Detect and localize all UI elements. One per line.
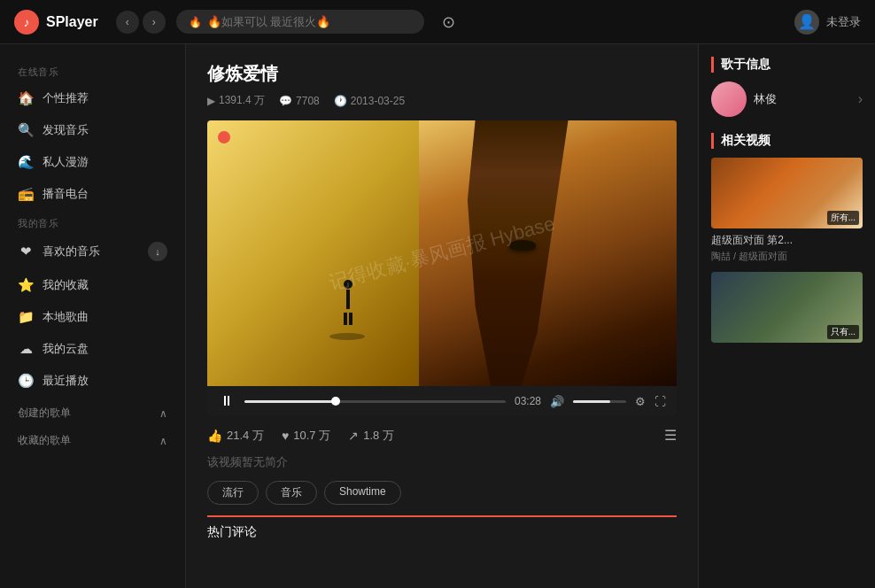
user-area[interactable]: 👤 未登录 <box>794 10 861 35</box>
online-music-label: 在线音乐 <box>0 58 185 82</box>
created-playlist-toggle[interactable]: 创建的歌单 ∧ <box>0 397 185 424</box>
video-canvas: 记得收藏·暴风画报 Hybase <box>207 120 677 386</box>
play-pause-button[interactable]: ⏸ <box>218 393 236 409</box>
date-icon: 🕐 <box>334 95 347 107</box>
sidebar-item-discover[interactable]: 🔍 发现音乐 <box>0 114 185 146</box>
related-video-1[interactable]: 所有... 超级面对面 第2... 陶喆 / 超级面对面 <box>711 158 863 263</box>
sidebar-item-label: 播音电台 <box>43 186 89 202</box>
favorite-button[interactable]: ♥ 10.7 万 <box>282 428 330 444</box>
publish-date: 🕐 2013-03-25 <box>334 95 405 107</box>
download-badge: ↓ <box>148 242 167 261</box>
search-input[interactable] <box>207 15 412 28</box>
right-leg <box>349 313 352 325</box>
video-time: 03:28 <box>515 395 541 407</box>
discover-icon: 🔍 <box>18 122 34 138</box>
figure-shadow <box>329 333 365 340</box>
sidebar-item-wander[interactable]: 🌊 私人漫游 <box>0 146 185 178</box>
wander-icon: 🌊 <box>18 154 34 170</box>
fullscreen-button[interactable]: ⛶ <box>654 395 666 408</box>
back-button[interactable]: ‹ <box>116 11 139 34</box>
figure-legs <box>338 313 358 325</box>
tag-music[interactable]: 音乐 <box>266 481 317 505</box>
sidebar-item-liked[interactable]: ❤ 喜欢的音乐 ↓ <box>0 234 185 269</box>
volume-bar[interactable] <box>573 400 626 403</box>
cloud-icon: ☁ <box>18 341 34 357</box>
star-icon: ⭐ <box>18 277 34 293</box>
nav-arrows: ‹ › <box>116 11 166 34</box>
comment-count: 💬 7708 <box>279 95 320 107</box>
app-logo: ♪ SPlayer <box>14 10 98 35</box>
hair-detail <box>419 120 678 386</box>
tags-container: 流行 音乐 Showtime <box>207 481 677 505</box>
video-controls-bar: ⏸ 03:28 🔊 ⚙ ⛶ <box>207 386 677 416</box>
created-playlist-label: 创建的歌单 <box>18 406 71 421</box>
figure-head <box>344 280 352 289</box>
related-videos-section: 相关视频 所有... 超级面对面 第2... 陶喆 / 超级面对面 只有... <box>699 124 875 360</box>
home-icon: 🏠 <box>18 90 34 106</box>
search-bar[interactable]: 🔥 <box>176 10 424 34</box>
tag-popular[interactable]: 流行 <box>207 481 259 505</box>
face-overlay <box>419 120 678 386</box>
main-layout: 在线音乐 🏠 个性推荐 🔍 发现音乐 🌊 私人漫游 📻 播音电台 我的音乐 ❤ … <box>0 44 875 588</box>
related-thumb-label-1: 所有... <box>827 211 859 225</box>
progress-fill <box>244 400 336 403</box>
playlist-icon[interactable]: ☰ <box>664 427 677 444</box>
settings-icon[interactable]: ⚙ <box>635 395 646 408</box>
recording-dot <box>218 131 230 143</box>
like-count: 21.4 万 <box>227 428 264 444</box>
progress-dot <box>331 397 340 406</box>
related-videos-title: 相关视频 <box>711 133 863 149</box>
artist-name: 林俊 <box>754 91 777 107</box>
sidebar-item-label: 我的收藏 <box>43 277 89 293</box>
related-thumb-2: 只有... <box>711 272 863 343</box>
user-avatar-icon: 👤 <box>794 10 819 35</box>
sidebar-item-local[interactable]: 📁 本地歌曲 <box>0 301 185 333</box>
app-header: ♪ SPlayer ‹ › 🔥 ⊙ 👤 未登录 <box>0 0 875 44</box>
like-button[interactable]: 👍 21.4 万 <box>207 428 264 444</box>
video-progress-bar[interactable] <box>244 400 506 403</box>
volume-fill <box>573 400 610 403</box>
github-icon[interactable]: ⊙ <box>442 12 455 32</box>
song-title: 修炼爱情 <box>207 62 677 86</box>
share-count: 1.8 万 <box>363 428 394 444</box>
figure <box>338 280 358 333</box>
hot-comments-label: 热门评论 <box>207 524 257 540</box>
eye-detail <box>509 240 536 251</box>
sidebar-item-label: 私人漫游 <box>43 154 89 170</box>
sidebar-item-label: 发现音乐 <box>43 122 89 138</box>
right-panel: 歌于信息 林俊 › 相关视频 所有... 超级面对面 第2... 陶喆 / 超级… <box>698 44 875 588</box>
collected-playlist-toggle[interactable]: 收藏的歌单 ∧ <box>0 424 185 452</box>
sidebar-item-recommend[interactable]: 🏠 个性推荐 <box>0 82 185 114</box>
app-name: SPlayer <box>46 14 98 30</box>
sidebar-item-cloud[interactable]: ☁ 我的云盘 <box>0 333 185 365</box>
search-icon: 🔥 <box>189 16 202 28</box>
share-button[interactable]: ↗ 1.8 万 <box>348 428 394 444</box>
interaction-row: 👍 21.4 万 ♥ 10.7 万 ↗ 1.8 万 ☰ <box>207 416 677 451</box>
sidebar-item-label: 最近播放 <box>43 373 89 389</box>
favorite-count: 10.7 万 <box>293 428 330 444</box>
thumbs-up-icon: 👍 <box>207 429 222 443</box>
related-video-2[interactable]: 只有... <box>711 272 863 343</box>
sidebar-item-label: 我的云盘 <box>43 341 89 357</box>
comment-icon: 💬 <box>279 95 292 107</box>
sidebar-item-collection[interactable]: ⭐ 我的收藏 <box>0 269 185 301</box>
heart-icon: ♥ <box>282 429 289 443</box>
artist-section-title: 歌于信息 <box>711 57 863 73</box>
clock-icon: 🕒 <box>18 373 34 389</box>
sidebar-item-radio[interactable]: 📻 播音电台 <box>0 178 185 210</box>
collected-playlist-label: 收藏的歌单 <box>18 433 71 448</box>
tag-showtime[interactable]: Showtime <box>324 481 401 505</box>
related-thumb-label-2: 只有... <box>827 325 859 339</box>
sidebar-item-recent[interactable]: 🕒 最近播放 <box>0 365 185 397</box>
forward-button[interactable]: › <box>143 11 166 34</box>
content-area: 修炼爱情 ▶ 1391.4 万 💬 7708 🕐 2013-03-25 <box>186 44 698 588</box>
volume-icon[interactable]: 🔊 <box>550 395 564 408</box>
artist-card[interactable]: 林俊 › <box>711 81 863 117</box>
chevron-up-icon: ∧ <box>159 435 167 447</box>
share-icon: ↗ <box>348 429 359 443</box>
song-meta: ▶ 1391.4 万 💬 7708 🕐 2013-03-25 <box>207 93 677 108</box>
play-count: ▶ 1391.4 万 <box>207 93 265 108</box>
chevron-up-icon: ∧ <box>159 407 167 420</box>
video-player[interactable]: 记得收藏·暴风画报 Hybase ⏸ 03:28 🔊 ⚙ ⛶ <box>207 120 677 416</box>
my-music-label: 我的音乐 <box>0 210 185 234</box>
